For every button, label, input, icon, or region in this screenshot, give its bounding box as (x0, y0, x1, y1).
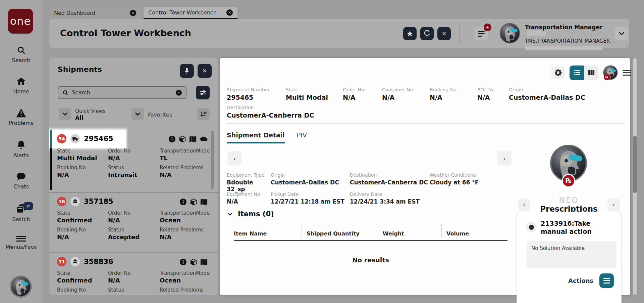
clear-search-icon[interactable]: ✕ (176, 90, 182, 96)
one-network-logo[interactable]: one (8, 9, 33, 34)
user-avatar[interactable] (499, 23, 520, 44)
next-prescription-button[interactable]: › (607, 199, 620, 211)
cloud-icon[interactable] (200, 135, 208, 143)
previous-prescription-button[interactable]: ‹ (518, 199, 530, 211)
info-icon[interactable] (168, 135, 176, 143)
column-header[interactable]: Shipped Quantity (302, 224, 378, 237)
sort-icon (200, 111, 207, 117)
shipment-card-357185[interactable]: 16 357185 StateConfirmed Order NoN/A Tra… (49, 193, 214, 252)
shipments-search[interactable]: ✕ (58, 86, 186, 99)
prescription-radio[interactable] (526, 222, 537, 232)
ship-icon (70, 257, 80, 266)
sidebar-item-switch[interactable]: ⇄ Switch (0, 204, 42, 222)
selection-stripe (50, 148, 52, 190)
sidebar-item-alerts[interactable]: Alerts (0, 140, 42, 159)
package-icon[interactable] (190, 198, 197, 206)
shipment-detail-panel: ℞ Shipment Number295465 StateMulti Modal… (220, 58, 630, 295)
close-icon: ✕ (442, 30, 446, 37)
info-icon[interactable] (179, 198, 187, 206)
package-icon[interactable] (190, 258, 197, 266)
tab-piv[interactable]: PIV (297, 131, 307, 143)
shipment-card-358836[interactable]: 11 358836 StateConfirmed Order NoN/A Tra… (49, 253, 214, 295)
sidebar-item-menus-favs[interactable]: Menus/Favs (0, 236, 42, 250)
list-view-button[interactable] (570, 66, 584, 80)
filter-button[interactable] (196, 86, 210, 99)
truck-icon (70, 134, 80, 143)
sidebar-item-chats[interactable]: Chats (0, 172, 42, 190)
neo-assistant-button[interactable]: ℞ (603, 65, 618, 80)
favorites-dropdown[interactable] (131, 108, 144, 120)
sort-button[interactable] (197, 108, 210, 120)
map-icon[interactable] (200, 258, 208, 266)
package-icon[interactable] (179, 135, 186, 143)
items-table: Item Name Shipped Quantity Weight Volume… (234, 224, 507, 264)
detail-field: Weather ConditionsCloudy at 66 °F (430, 172, 479, 192)
tab-neo-dashboard[interactable]: Neo Dashboard ✕ (49, 7, 141, 19)
summary-field: Container NoN/A (382, 87, 430, 101)
refresh-button[interactable] (420, 27, 434, 40)
search-icon (17, 46, 26, 55)
shipment-number: 357185 (84, 198, 113, 206)
shipments-panel-title: Shipments (58, 65, 102, 74)
close-workbench-button[interactable]: ✕ (437, 27, 451, 40)
notifications-button[interactable]: ★ (475, 27, 488, 40)
neo-robot-image: ℞ (550, 144, 587, 182)
sidebar-item-home[interactable]: Home (0, 77, 42, 95)
shipment-card-295465[interactable]: 54 295465 StateMulti Modal Order NoN/A T… (49, 130, 214, 192)
rx-badge: ℞ (604, 74, 610, 80)
left-navigation-rail: one Search Home Problems Alerts Chats ⇄ … (0, 0, 42, 303)
search-input[interactable] (72, 89, 172, 96)
tab-shipment-detail[interactable]: Shipment Detail (227, 131, 285, 143)
ship-icon (70, 197, 80, 206)
neo-avatar[interactable] (10, 276, 31, 297)
warning-triangle-icon (16, 108, 26, 118)
summary-field: Shipment Number295465 (227, 87, 286, 101)
quick-views-dropdown[interactable] (59, 108, 71, 120)
items-section-header[interactable]: Items (0) (227, 210, 274, 218)
shipment-number: 358836 (84, 258, 113, 266)
close-tab-icon[interactable]: ✕ (130, 10, 136, 16)
settings-button[interactable] (551, 66, 565, 79)
user-name: Transportation Manager (525, 24, 602, 31)
prescription-card[interactable]: 2133916:Take manual action No Solution A… (517, 212, 622, 303)
no-results-text: No results (234, 256, 507, 264)
user-menu-button[interactable] (615, 27, 628, 40)
detail-field: OriginCustomerA-Dallas DC (271, 172, 350, 192)
summary-field: StateMulti Modal (286, 87, 343, 101)
filter-sliders-icon (200, 90, 206, 96)
divider (460, 24, 460, 43)
pin-panel-button[interactable] (180, 64, 194, 78)
next-stop-button[interactable]: › (497, 151, 512, 166)
chevron-down-icon (227, 213, 232, 216)
chat-bubble-icon (16, 172, 26, 181)
items-title: Items (0) (238, 210, 274, 218)
map-view-button[interactable] (584, 66, 598, 80)
map-icon[interactable] (189, 135, 197, 143)
page-title: Control Tower Workbench (60, 28, 191, 38)
close-panel-button[interactable]: ✕ (198, 64, 212, 78)
tasks-icon (478, 31, 485, 37)
summary-field: BOL NoN/A (477, 87, 509, 101)
close-tab-icon[interactable]: ✕ (226, 9, 233, 16)
favorite-button[interactable] (403, 27, 417, 40)
column-header[interactable]: Item Name (234, 224, 302, 237)
problem-count-badge: 11 (57, 257, 66, 266)
main-scrollbar-thumb[interactable] (633, 136, 637, 193)
map-icon[interactable] (200, 198, 208, 206)
column-header[interactable]: Weight (378, 224, 441, 237)
list-scrollbar[interactable] (211, 131, 214, 189)
actions-menu-button[interactable] (599, 273, 614, 288)
bell-icon (17, 140, 25, 150)
column-header[interactable]: Volume (441, 224, 507, 237)
divider (227, 123, 623, 124)
neo-brand: NEO (559, 196, 579, 205)
detail-field: Equipment NoN/A (227, 191, 271, 205)
tab-control-tower-workbench[interactable]: Control Tower Workbench ✕ (144, 7, 237, 19)
previous-stop-button[interactable]: ‹ (227, 151, 242, 166)
star-badge-icon: ★ (484, 24, 491, 31)
sidebar-item-search[interactable]: Search (0, 46, 42, 63)
info-icon[interactable] (179, 258, 187, 266)
chevron-left-icon: ‹ (233, 155, 236, 163)
panel-menu-icon[interactable] (623, 70, 631, 76)
sidebar-item-problems[interactable]: Problems (0, 108, 42, 126)
